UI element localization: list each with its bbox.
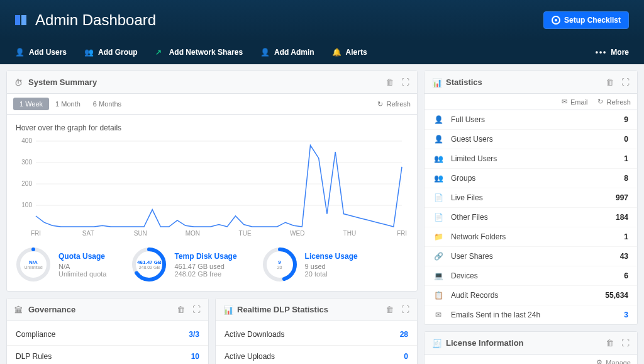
- expand-icon[interactable]: ⛶: [401, 77, 409, 87]
- header: Admin Dashboard Setup Checklist: [0, 0, 644, 40]
- users-icon: 👥: [84, 48, 93, 57]
- refresh-button[interactable]: ↻Refresh: [597, 98, 631, 106]
- refresh-icon: ↻: [377, 100, 383, 108]
- stat-row: 🔗User Shares43: [425, 246, 637, 266]
- expand-icon[interactable]: ⛶: [621, 77, 630, 87]
- stat-value: 1: [624, 232, 628, 241]
- dots-icon: •••: [596, 48, 608, 57]
- stat-row: 📁Network Folders1: [425, 227, 637, 246]
- stat-label: Network Folders: [451, 232, 616, 241]
- stat-icon: 👤: [433, 115, 443, 124]
- refresh-button[interactable]: ↻Refresh: [377, 100, 411, 108]
- stat-label: Emails Sent in the last 24h: [451, 310, 616, 319]
- svg-text:SAT: SAT: [82, 230, 94, 237]
- svg-text:200: 200: [21, 180, 32, 187]
- share-icon: ↗: [155, 48, 164, 57]
- system-summary-widget: ⏱System Summary 🗑⛶ 1 Week 1 Month 6 Mont…: [6, 71, 418, 292]
- stat-row: 👤Full Users9: [425, 110, 637, 129]
- stat-row: 👤Guest Users0: [425, 129, 637, 149]
- stat-icon: 👥: [433, 174, 443, 183]
- bell-icon: 🔔: [332, 48, 341, 57]
- stat-label: Limited Users: [451, 154, 616, 163]
- stat-row: ✉Emails Sent in the last 24h3: [425, 305, 637, 324]
- add-network-shares-button[interactable]: ↗Add Network Shares: [155, 48, 243, 57]
- quota-usage-gauge: N/AUnlimited Quota UsageN/AUnlimited quo…: [16, 247, 106, 282]
- more-button[interactable]: •••More: [596, 48, 629, 57]
- row-label: Active Uploads: [225, 352, 275, 361]
- svg-text:WED: WED: [290, 230, 304, 237]
- stat-icon: 💻: [433, 271, 443, 280]
- expand-icon[interactable]: ⛶: [621, 338, 630, 348]
- trash-icon[interactable]: 🗑: [386, 305, 394, 314]
- stat-label: Live Files: [451, 193, 608, 202]
- expand-icon[interactable]: ⛶: [401, 305, 409, 314]
- trash-icon[interactable]: 🗑: [386, 77, 394, 87]
- row-value: 10: [191, 352, 199, 361]
- list-row: Active Downloads28: [216, 324, 417, 345]
- stat-value: 43: [620, 252, 628, 261]
- envelope-icon: ✉: [562, 98, 567, 106]
- stat-row: 📋Audit Records55,634: [425, 285, 637, 305]
- email-button[interactable]: ✉Email: [562, 98, 588, 106]
- tab-1week[interactable]: 1 Week: [13, 98, 49, 110]
- add-users-button[interactable]: 👤Add Users: [15, 48, 67, 57]
- list-row: Active Uploads0: [216, 345, 417, 364]
- stat-icon: 📄: [433, 193, 443, 202]
- tab-6months[interactable]: 6 Months: [87, 98, 128, 110]
- svg-text:TUE: TUE: [239, 230, 252, 237]
- row-value: 0: [404, 352, 408, 361]
- trash-icon[interactable]: 🗑: [606, 338, 614, 348]
- chart-hint: Hover over the graph for details: [16, 123, 408, 132]
- stats-icon: 📊: [223, 305, 232, 314]
- license-usage-gauge: 920 License Usage9 used20 total: [262, 247, 358, 282]
- tab-1month[interactable]: 1 Month: [49, 98, 87, 110]
- svg-text:300: 300: [21, 159, 32, 166]
- trash-icon[interactable]: 🗑: [177, 305, 185, 314]
- stat-row: 👥Limited Users1: [425, 149, 637, 168]
- stat-row: 📄Live Files997: [425, 188, 637, 207]
- logo-icon: [15, 15, 26, 25]
- dlp-widget: 📊Realtime DLP Statistics🗑⛶ Active Downlo…: [215, 298, 418, 364]
- governance-widget: 🏛Governance🗑⛶ Compliance3/3DLP Rules10Re…: [6, 298, 209, 364]
- license-info-widget: 🧾License Information🗑⛶ ⚙Manage Licenses9…: [424, 331, 638, 364]
- statistics-widget: 📊Statistics🗑⛶ ✉Email ↻Refresh 👤Full User…: [424, 71, 638, 325]
- row-label: DLP Rules: [16, 352, 52, 361]
- temp-disk-gauge: 461.47 GB248.02 GB Temp Disk Usage461.47…: [131, 247, 236, 282]
- stat-value[interactable]: 3: [624, 310, 628, 319]
- row-label: Active Downloads: [225, 330, 284, 339]
- toolbar: 👤Add Users 👥Add Group ↗Add Network Share…: [0, 40, 644, 64]
- add-group-button[interactable]: 👥Add Group: [84, 48, 138, 57]
- stat-label: Groups: [451, 174, 616, 183]
- trash-icon[interactable]: 🗑: [606, 77, 614, 87]
- bar-chart-icon: 📊: [432, 78, 441, 87]
- add-admin-button[interactable]: 👤Add Admin: [260, 48, 314, 57]
- expand-icon[interactable]: ⛶: [192, 305, 201, 314]
- stat-icon: 📄: [433, 213, 443, 222]
- alerts-button[interactable]: 🔔Alerts: [332, 48, 367, 57]
- svg-text:400: 400: [21, 137, 32, 144]
- license-icon: 🧾: [432, 339, 441, 348]
- stat-row: 👥Groups8: [425, 168, 637, 188]
- svg-text:THU: THU: [343, 230, 357, 237]
- stat-value: 997: [616, 193, 628, 202]
- user-plus-icon: 👤: [15, 48, 24, 57]
- gear-icon: ⚙: [596, 358, 602, 364]
- stat-label: Guest Users: [451, 135, 616, 144]
- svg-text:SUN: SUN: [134, 230, 147, 237]
- stat-row: 💻Devices6: [425, 266, 637, 285]
- row-value: 28: [400, 330, 408, 339]
- admin-icon: 👤: [260, 48, 269, 57]
- svg-text:FRI: FRI: [397, 230, 407, 237]
- svg-text:MON: MON: [186, 230, 200, 237]
- stat-label: Audit Records: [451, 291, 597, 300]
- list-row: DLP Rules10: [7, 345, 208, 364]
- activity-chart: 100200300400FRISATSUNMONTUEWEDTHUFRI: [16, 137, 408, 238]
- stat-value: 184: [616, 213, 628, 222]
- stat-label: Full Users: [451, 115, 616, 124]
- manage-button[interactable]: ⚙Manage: [596, 358, 631, 364]
- setup-checklist-button[interactable]: Setup Checklist: [543, 11, 629, 29]
- stat-row: 📄Other Files184: [425, 207, 637, 227]
- stat-icon: 👤: [433, 135, 443, 144]
- stat-label: User Shares: [451, 252, 613, 261]
- stat-value: 9: [624, 115, 628, 124]
